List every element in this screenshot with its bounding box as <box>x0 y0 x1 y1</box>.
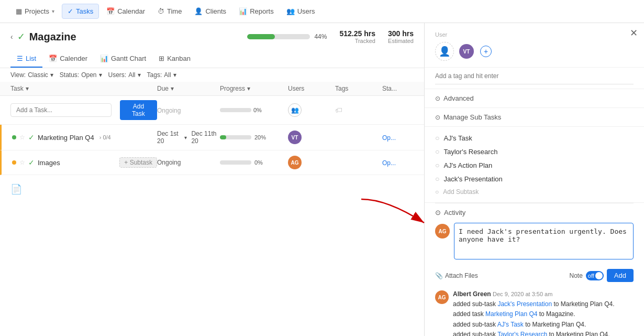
activity-chevron-icon: ⊙ <box>435 209 441 216</box>
table-row: ☆ ✓ Images + Subtask Ongoing 0% AG Op... <box>0 150 424 175</box>
reports-icon: 📊 <box>239 7 247 15</box>
list-icon: ☰ <box>17 55 23 62</box>
list-item: ○ Jack's Presentation <box>435 172 634 186</box>
main-container: ‹ ✓ Magazine 44% 512.25 hr <box>0 23 644 336</box>
nav-users[interactable]: 👥 Users <box>281 4 320 18</box>
subtask-check-icon[interactable]: ○ <box>435 175 439 183</box>
back-button[interactable]: ‹ <box>10 32 13 41</box>
progress-fill <box>247 34 275 39</box>
tab-kanban[interactable]: ⊞ Kanban <box>152 50 197 68</box>
activity-header[interactable]: ⊙ Activity <box>435 209 634 216</box>
star-icon[interactable]: ☆ <box>19 159 25 166</box>
task-name[interactable]: Marketing Plan Q4 <box>38 134 94 142</box>
page-title: Magazine <box>29 31 76 43</box>
tasks-icon: ✓ <box>68 7 73 15</box>
toggle-knob <box>595 272 603 279</box>
task-name[interactable]: Images <box>38 159 60 167</box>
close-panel-button[interactable]: ✕ <box>630 27 638 39</box>
task-name-cell-1: ☆ ✓ Marketing Plan Q4 › 0/4 <box>12 133 157 142</box>
status-filter[interactable]: Status: Open ▾ <box>60 71 102 79</box>
nav-time[interactable]: ⏱ Time <box>152 4 187 18</box>
subtasks-list: ○ AJ's Task ○ Taylor's Research ○ AJ's A… <box>425 127 644 203</box>
import-area: 📄 <box>0 175 424 203</box>
nav-reports[interactable]: 📊 Reports <box>234 4 279 18</box>
sub-navigation: ☰ List 📅 Calender 📊 Gantt Chart ⊞ Kanban <box>0 50 424 68</box>
add-activity-button[interactable]: Add <box>607 269 634 282</box>
note-toggle[interactable]: off <box>586 271 604 280</box>
kanban-icon: ⊞ <box>159 55 164 62</box>
tags-placeholder-icon: 🏷 <box>335 106 342 114</box>
user-avatar-vt-panel: VT <box>459 44 474 59</box>
subtask-check-icon[interactable]: ○ <box>435 147 439 156</box>
add-task-input[interactable] <box>10 103 112 117</box>
task-check-icon[interactable]: ✓ <box>28 158 35 167</box>
header-task[interactable]: Task▾ <box>10 85 157 92</box>
open-btn-2[interactable]: Op... <box>382 159 414 167</box>
activity-entry: AG Albert Green Dec 9, 2020 at 3:50 am a… <box>435 289 634 336</box>
activity-textarea[interactable]: I need Jack's presentation urgently. Doe… <box>454 223 634 259</box>
view-chevron-icon: ▾ <box>50 71 53 79</box>
task-check-icon[interactable]: ✓ <box>28 133 35 142</box>
clients-icon: 👤 <box>194 7 203 15</box>
attach-files-button[interactable]: 📎 Attach Files <box>435 272 478 279</box>
tag-input[interactable] <box>435 72 634 80</box>
due-date-cell-2: Ongoing <box>157 159 220 166</box>
activity-link[interactable]: Marketing Plan Q4 <box>485 310 537 318</box>
activity-link[interactable]: Jack's Presentation <box>497 300 552 308</box>
subtask-check-icon[interactable]: ○ <box>435 134 439 142</box>
tab-calendar[interactable]: 📅 Calender <box>42 50 94 68</box>
import-icon[interactable]: 📄 <box>10 184 22 194</box>
activity-input-row: AG I need Jack's presentation urgently. … <box>435 223 634 259</box>
completed-icon: ✓ <box>17 31 25 42</box>
open-btn-1[interactable]: Op... <box>382 134 414 142</box>
tab-gantt[interactable]: 📊 Gantt Chart <box>94 50 152 68</box>
add-task-button[interactable]: Add Task <box>120 100 157 120</box>
manage-subtasks-header[interactable]: ⊙ Manage Sub Tasks <box>425 108 644 127</box>
users-cell-2: AG <box>288 156 335 169</box>
nav-calendar[interactable]: 📅 Calendar <box>101 4 150 18</box>
priority-dot <box>12 160 16 165</box>
ongoing-label: Ongoing <box>157 107 181 114</box>
tab-list[interactable]: ☰ List <box>10 50 42 68</box>
users-filter[interactable]: Users: All ▾ <box>108 71 141 79</box>
nav-tasks[interactable]: ✓ Tasks <box>62 4 99 19</box>
add-subtask-circle-icon: ○ <box>435 188 439 196</box>
date-arrow-icon: ▾ <box>184 135 187 140</box>
add-user-button[interactable]: + <box>480 46 492 57</box>
add-subtask-item[interactable]: ○ Add Subtask <box>435 186 634 198</box>
user-avatar-ag: AG <box>288 156 302 169</box>
users-cell-1: VT <box>288 131 335 144</box>
header-users: Users <box>288 85 335 92</box>
header-progress[interactable]: Progress▾ <box>220 85 288 92</box>
view-filter[interactable]: View: Classic ▾ <box>10 71 53 79</box>
tag-input-row <box>425 68 644 89</box>
status-chevron-icon: ▾ <box>99 71 102 79</box>
users-icon: 👥 <box>286 7 295 15</box>
subtask-check-icon[interactable]: ○ <box>435 161 439 169</box>
tags-chevron-icon: ▾ <box>173 71 176 79</box>
activity-link[interactable]: Taylor's Research <box>497 331 547 336</box>
header-due[interactable]: Due▾ <box>157 85 220 92</box>
gantt-icon: 📊 <box>100 55 108 62</box>
activity-log: AG Albert Green Dec 9, 2020 at 3:50 am a… <box>435 289 634 336</box>
nav-projects[interactable]: ▦ Projects ▾ <box>10 4 60 18</box>
page-header: ‹ ✓ Magazine 44% 512.25 hr <box>0 23 424 50</box>
add-subtask-button[interactable]: + Subtask <box>119 157 157 168</box>
list-item: ○ AJ's Task <box>435 131 634 145</box>
table-header: Task▾ Due▾ Progress▾ Users Tags Sta... <box>0 82 424 96</box>
tags-filter[interactable]: Tags: All ▾ <box>147 71 176 79</box>
top-navigation: ▦ Projects ▾ ✓ Tasks 📅 Calendar ⏱ Time 👤… <box>0 0 644 23</box>
user-row: 👤 VT + <box>435 42 634 61</box>
current-user-avatar: AG <box>435 224 450 239</box>
user-section: User 👤 VT + <box>425 23 644 68</box>
add-task-row: Add Task Ongoing 0% 👥 🏷 <box>0 96 424 125</box>
activity-link[interactable]: AJ's Task <box>497 321 524 328</box>
mini-progress-fill <box>220 135 226 139</box>
star-icon[interactable]: ☆ <box>19 134 25 141</box>
user-section-label: User <box>435 31 634 38</box>
advanced-section-header[interactable]: ⊙ Advanced <box>425 89 644 108</box>
subtask-count: › 0/4 <box>99 134 111 140</box>
stats-area: 44% 512.25 hrs Tracked 300 hrs Estimated <box>247 29 414 44</box>
progress-cell-2: 0% <box>220 159 288 166</box>
nav-clients[interactable]: 👤 Clients <box>189 4 231 18</box>
